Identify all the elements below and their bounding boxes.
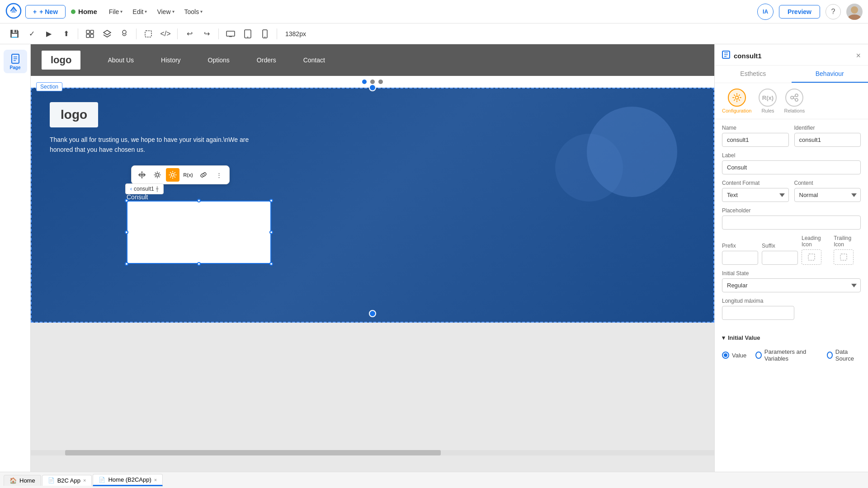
trailing-icon-picker[interactable]	[834, 249, 854, 265]
handle-top[interactable]	[197, 199, 201, 202]
canvas-area[interactable]: logo About Us History Options Orders Con…	[31, 44, 714, 472]
slider-dot-2[interactable]	[370, 80, 375, 84]
suffix-input[interactable]	[762, 251, 798, 265]
breadcrumb-name: consult1	[134, 186, 154, 192]
svg-point-24	[735, 96, 738, 99]
tab-home-b2capp[interactable]: 📄 Home (B2CApp) ×	[93, 474, 163, 486]
layers-button[interactable]	[100, 27, 114, 41]
leading-icon-group: Leading Icon	[802, 235, 830, 265]
slider-dot-3[interactable]	[378, 80, 383, 84]
save-button[interactable]: 💾	[7, 27, 22, 41]
page-logo: logo	[42, 51, 80, 70]
redo-button[interactable]: ↪	[199, 27, 214, 41]
nav-link-about[interactable]: About Us	[108, 56, 134, 64]
input-widget-box[interactable]	[127, 201, 271, 264]
undo-button[interactable]: ↩	[182, 27, 197, 41]
initial-value-section[interactable]: ▾ Initial Value	[715, 331, 868, 345]
initial-value-radio-group: Value Parameters and Variables Data Sour…	[715, 345, 868, 367]
tablet-view-button[interactable]	[241, 27, 255, 41]
handle-top-right[interactable]	[269, 199, 273, 202]
view-menu-label: View	[157, 8, 170, 15]
content-select[interactable]: Normal Multiline	[794, 188, 861, 202]
nav-link-contact[interactable]: Contact	[303, 56, 325, 64]
svg-rect-8	[145, 31, 151, 37]
share-button[interactable]: ⬆	[59, 27, 73, 41]
handle-bottom-right[interactable]	[269, 262, 273, 266]
help-button[interactable]: ?	[826, 4, 841, 19]
user-avatar[interactable]	[846, 4, 863, 20]
widget-tool-link[interactable]	[197, 168, 210, 182]
widget-tool-move[interactable]	[135, 168, 149, 182]
canvas-scrollbar[interactable]	[31, 450, 714, 455]
handle-bottom-left[interactable]	[125, 262, 128, 266]
widget-tool-settings2[interactable]	[151, 168, 164, 182]
app-logo	[5, 3, 22, 20]
ia-button[interactable]: IA	[757, 4, 774, 20]
section-top-handle[interactable]	[369, 84, 376, 91]
file-menu-label: File	[109, 8, 119, 15]
tools-menu[interactable]: Tools ▾	[180, 5, 208, 18]
handle-top-left[interactable]	[125, 199, 128, 202]
widget-tool-rules[interactable]: R(x)	[181, 168, 195, 182]
radio-params-label: Parameters and Variables	[764, 348, 818, 362]
radio-params[interactable]: Parameters and Variables	[755, 348, 817, 362]
edit-menu[interactable]: Edit ▾	[128, 5, 151, 18]
leading-icon-picker[interactable]	[802, 249, 821, 265]
new-button[interactable]: + + New	[25, 5, 66, 19]
config-icon-configuration[interactable]: Configuration	[722, 89, 751, 113]
tab-b2capp[interactable]: 📄 B2C App ×	[42, 475, 92, 486]
widget-tool-config[interactable]	[166, 168, 179, 182]
slider-dot-1[interactable]	[362, 80, 367, 84]
data-button[interactable]	[117, 27, 132, 41]
b2capp-close-icon[interactable]: ×	[83, 478, 86, 483]
radio-datasource[interactable]: Data Source	[827, 348, 861, 362]
svg-rect-31	[840, 254, 847, 260]
components-button[interactable]	[83, 27, 97, 41]
section-bottom-handle[interactable]	[369, 310, 376, 317]
play-button[interactable]: ▶	[42, 27, 56, 41]
config-icon-rules[interactable]: R(x) Rules	[759, 89, 777, 113]
file-menu[interactable]: File ▾	[104, 5, 127, 18]
placeholder-input[interactable]	[722, 216, 861, 230]
tools-chevron-icon: ▾	[200, 9, 203, 14]
content-format-select[interactable]: Text Number Date	[722, 188, 789, 202]
svg-point-19	[171, 174, 174, 176]
identifier-input[interactable]	[794, 133, 861, 147]
placeholder-label: Placeholder	[722, 207, 861, 214]
prefix-input[interactable]	[722, 251, 758, 265]
scrollbar-thumb[interactable]	[65, 450, 441, 455]
radio-datasource-label: Data Source	[835, 348, 861, 362]
preview-button[interactable]: Preview	[779, 5, 820, 19]
view-menu[interactable]: View ▾	[152, 5, 179, 18]
handle-right[interactable]	[269, 230, 273, 234]
sidebar-item-page[interactable]: Page	[4, 50, 27, 73]
tab-esthetics[interactable]: Esthetics	[715, 66, 792, 83]
border-button[interactable]	[141, 27, 156, 41]
widget-tool-more[interactable]: ⋮	[212, 168, 226, 182]
tab-home[interactable]: 🏠 Home	[4, 475, 41, 486]
check-button[interactable]: ✓	[24, 27, 39, 41]
widget-breadcrumb[interactable]: ‹ consult1 ǂ	[125, 183, 164, 194]
nav-link-options[interactable]: Options	[208, 56, 230, 64]
mobile-view-button[interactable]	[258, 27, 272, 41]
content-description: Thank you all for trusting us, we hope t…	[50, 135, 258, 155]
handle-bottom[interactable]	[197, 262, 201, 266]
home-b2capp-close-icon[interactable]: ×	[154, 477, 157, 483]
widget-toolbar: R(x) ⋮	[131, 165, 230, 184]
tab-behaviour[interactable]: Behaviour	[792, 66, 868, 83]
nav-link-history[interactable]: History	[161, 56, 181, 64]
config-icon-relations[interactable]: Relations	[784, 89, 805, 113]
nav-link-orders[interactable]: Orders	[257, 56, 276, 64]
code-button[interactable]: </>	[158, 27, 173, 41]
radio-value[interactable]: Value	[722, 348, 746, 362]
name-input[interactable]	[722, 133, 789, 147]
initial-state-select[interactable]: Regular Disabled Read Only	[722, 278, 861, 292]
desktop-view-button[interactable]	[223, 27, 238, 41]
handle-left[interactable]	[125, 230, 128, 234]
panel-close-button[interactable]: ×	[856, 51, 861, 61]
relations-circle	[785, 89, 803, 107]
longitud-maxima-input[interactable]	[722, 306, 794, 320]
label-input[interactable]	[722, 160, 861, 174]
help-icon: ?	[831, 8, 835, 16]
left-sidebar: Page	[0, 44, 31, 472]
